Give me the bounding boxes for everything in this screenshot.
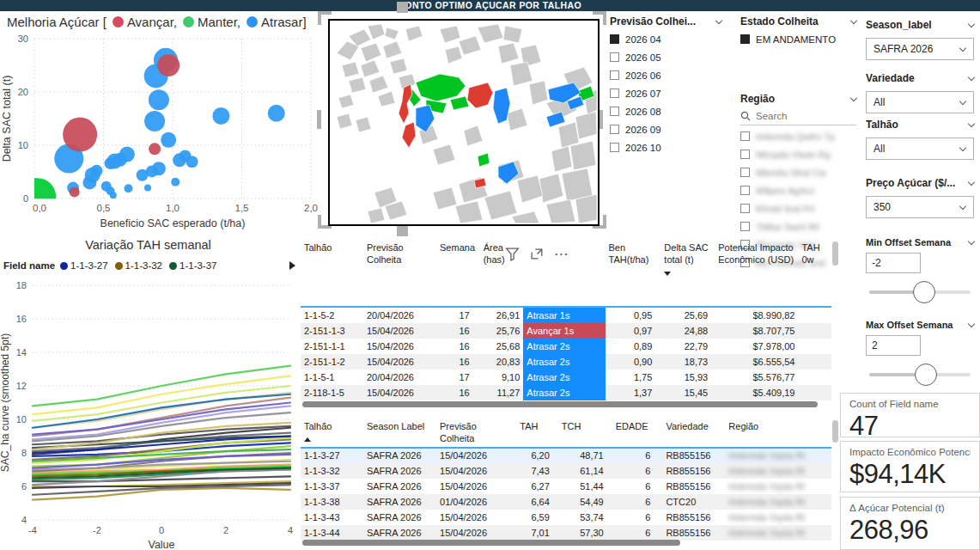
scatter-bubble-atrasar[interactable]: [212, 107, 229, 125]
table2-header-cell[interactable]: Região: [725, 419, 831, 448]
scatter-bubble-atrasar[interactable]: [152, 162, 166, 175]
regiao-item[interactable]: Wltpmr Agrkcl: [740, 181, 856, 199]
table-row[interactable]: 1-1-3-37SAFRA 202615/04/20266,2751,446RB…: [301, 479, 831, 494]
slicer-dropdown[interactable]: All: [866, 91, 974, 113]
filter-icon[interactable]: [505, 247, 520, 261]
checkbox-icon[interactable]: [610, 52, 619, 62]
checkbox-icon[interactable]: [740, 34, 750, 44]
table-row[interactable]: 1-1-5-220/04/20261726,91Atrasar 1s0,9525…: [301, 307, 831, 323]
focus-mode-icon[interactable]: [530, 247, 545, 261]
checkbox-icon[interactable]: [610, 89, 619, 98]
table2-header-cell[interactable]: Season Label: [363, 419, 436, 448]
legend-item[interactable]: 1-1-3-27: [60, 260, 107, 271]
table2-header-cell[interactable]: Talhão: [301, 419, 363, 448]
table2-header-cell[interactable]: Variedade: [662, 419, 725, 448]
regiao-search-input[interactable]: [756, 111, 842, 121]
scatter-bubble-avançar[interactable]: [70, 187, 80, 198]
table2-header-cell[interactable]: Previsão Colheita: [436, 419, 516, 448]
checkbox-icon[interactable]: [740, 168, 750, 177]
legend-item[interactable]: 1-1-3-32: [115, 260, 162, 271]
previsao-item[interactable]: 2026 06: [610, 66, 721, 84]
table1-header-cell[interactable]: Previsão Colheita: [363, 240, 436, 307]
slider-thumb[interactable]: [913, 281, 935, 303]
checkbox-icon[interactable]: [610, 125, 619, 134]
scatter-bubble-atrasar[interactable]: [124, 184, 132, 192]
scatter-bubble-atrasar[interactable]: [268, 105, 285, 122]
legend-next-arrow-icon[interactable]: [289, 261, 295, 270]
regiao-item[interactable]: Kfrotd Snd Prl: [740, 199, 856, 217]
scatter-bubble-atrasar[interactable]: [110, 192, 117, 199]
slicer-dropdown[interactable]: All: [866, 138, 974, 160]
scatter-bubble-atrasar[interactable]: [119, 147, 135, 162]
map-handle-bottom[interactable]: [397, 226, 408, 236]
slider-value-input[interactable]: [866, 253, 921, 273]
table1-header-cell[interactable]: Semana: [436, 240, 480, 307]
chevron-down-icon[interactable]: [968, 320, 975, 327]
table1-vertical-scrollbar[interactable]: [832, 241, 838, 266]
chevron-down-icon[interactable]: [968, 178, 975, 185]
scatter-bubble-avançar[interactable]: [63, 118, 97, 152]
more-options-icon[interactable]: ...: [555, 245, 569, 258]
scatter-bubble-atrasar[interactable]: [90, 165, 102, 177]
map-handle-left[interactable]: [317, 110, 321, 129]
scatter-bubble-atrasar[interactable]: [144, 111, 165, 131]
checkbox-icon[interactable]: [740, 150, 750, 159]
previsao-item[interactable]: 2026 10: [610, 138, 721, 156]
map-visual[interactable]: [328, 19, 600, 226]
previsao-item[interactable]: 2026 09: [610, 120, 721, 138]
previsao-item[interactable]: 2026 05: [610, 48, 721, 66]
table2-header-cell[interactable]: TAH: [516, 419, 558, 448]
previsao-item[interactable]: 2026 04: [610, 30, 721, 48]
map-canvas[interactable]: [330, 21, 598, 224]
scatter-bubble-avançar[interactable]: [157, 54, 180, 76]
table1-horizontal-scrollbar[interactable]: [302, 401, 818, 407]
table-row[interactable]: 1-1-5-120/04/2026179,10Atrasar 2s1,7515,…: [301, 370, 831, 385]
line-chart[interactable]: 1816141210864-4-2024ValueSAC_ha curve (s…: [0, 273, 296, 550]
checkbox-icon[interactable]: [740, 131, 750, 141]
chevron-down-icon[interactable]: [968, 119, 975, 126]
table-row[interactable]: 1-1-3-43SAFRA 202615/04/20266,5953,746RB…: [301, 510, 831, 525]
line-series[interactable]: [33, 488, 290, 500]
scatter-bubble-atrasar[interactable]: [144, 185, 151, 192]
table-row[interactable]: 1-1-3-27SAFRA 202615/04/20266,2048,716RB…: [301, 448, 831, 463]
regiao-item[interactable]: Hxkrmda Qwfrn Tp: [740, 127, 856, 145]
table2-header-cell[interactable]: TCH: [558, 419, 612, 448]
scatter-bubble-avançar[interactable]: [149, 143, 161, 155]
chevron-down-icon[interactable]: [715, 16, 722, 23]
previsao-item[interactable]: 2026 07: [610, 84, 721, 102]
regiao-item[interactable]: Mbretta Sfnd Cw: [740, 163, 856, 181]
table2-vertical-scrollbar[interactable]: [832, 420, 838, 443]
slider-value-input[interactable]: [866, 335, 921, 356]
slicer-dropdown[interactable]: SAFRA 2026: [866, 38, 974, 60]
table1-header-cell[interactable]: TAH 0w: [798, 240, 831, 307]
table-row[interactable]: 1-1-3-44SAFRA 202615/04/20267,0157,306RB…: [301, 525, 831, 541]
table2-header-row[interactable]: TalhãoSeason LabelPrevisão ColheitaTAHTC…: [301, 419, 831, 448]
table-row[interactable]: 2-118-1-515/04/20261611,27Atrasar 2s1,37…: [301, 385, 831, 400]
legend-item[interactable]: 1-1-3-37: [169, 260, 216, 271]
chevron-down-icon[interactable]: [850, 94, 857, 101]
table-row[interactable]: 1-1-3-38SAFRA 202601/04/20266,6454,496CT…: [301, 494, 831, 510]
checkbox-icon[interactable]: [610, 107, 619, 116]
chevron-down-icon[interactable]: [968, 237, 975, 244]
checkbox-icon[interactable]: [740, 186, 750, 195]
scatter-bubble-atrasar[interactable]: [171, 178, 180, 186]
estado-item[interactable]: EM ANDAMENTO: [740, 30, 856, 48]
checkbox-icon[interactable]: [610, 143, 619, 152]
scatter-bubble-atrasar[interactable]: [161, 132, 176, 148]
table2-header-cell[interactable]: EDADE: [612, 419, 663, 448]
chevron-down-icon[interactable]: [968, 20, 975, 27]
scatter-bubble-atrasar[interactable]: [149, 89, 169, 110]
table1-header-cell[interactable]: Delta SAC total (t): [660, 240, 715, 307]
slider-thumb[interactable]: [915, 364, 937, 386]
chevron-down-icon[interactable]: [968, 73, 975, 80]
table-row[interactable]: 2-151-1-115/04/20261625,68Atrasar 2s0,89…: [301, 339, 831, 354]
regiao-item[interactable]: Tblfaz Swnt Wl: [740, 217, 856, 235]
map-handle-top[interactable]: [397, 2, 408, 13]
table1-header-cell[interactable]: Talhão: [301, 240, 363, 307]
scatter-chart[interactable]: 01020300,00,51,01,52,0Beneficio SAC espe…: [0, 11, 320, 235]
regiao-item[interactable]: Nfrzpda Vbstn Rg: [740, 145, 856, 163]
table1-header-cell[interactable]: Ben TAH(t/ha): [606, 240, 661, 307]
scatter-bubble-atrasar[interactable]: [186, 156, 198, 168]
table-row[interactable]: 1-1-3-32SAFRA 202615/04/20267,4361,146RB…: [301, 463, 831, 479]
checkbox-icon[interactable]: [740, 204, 750, 213]
